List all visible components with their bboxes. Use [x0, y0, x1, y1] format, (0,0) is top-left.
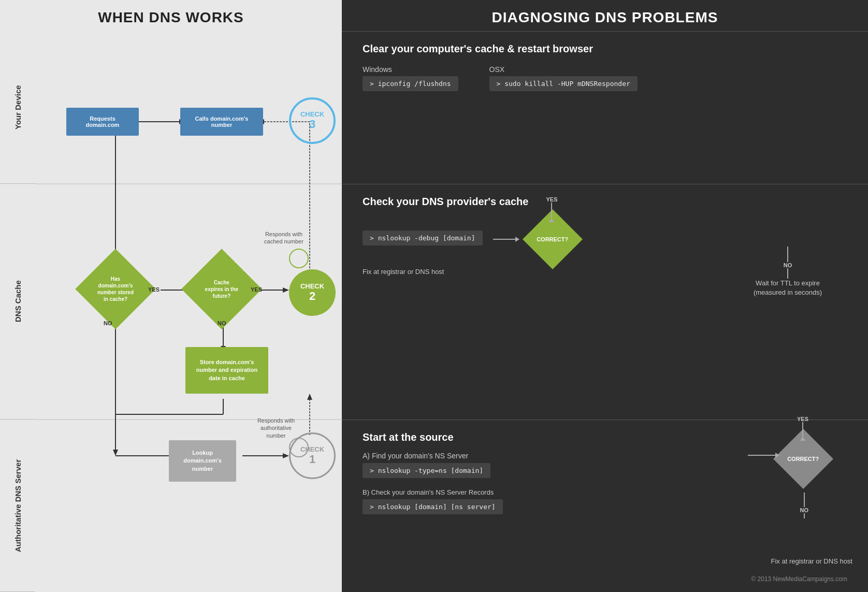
- section2-heading: Check your DNS provider's cache: [363, 196, 847, 208]
- section3-a-cmd: > nslookup -type=ns [domain]: [363, 463, 490, 478]
- svg-marker-9: [283, 287, 289, 293]
- section3-b-cmd: > nslookup [domain] [ns server]: [363, 499, 503, 514]
- os-row: Windows > ipconfig /flushdns OSX > sudo …: [363, 63, 847, 94]
- label-device: Your Device: [0, 31, 35, 184]
- svg-marker-25: [307, 394, 312, 400]
- osx-col: OSX > sudo killall -HUP mDNSResponder: [489, 63, 638, 94]
- check3-label: CHECK: [300, 111, 324, 118]
- cache-expires-diamond: Cacheexpires in thefuture?: [191, 258, 253, 320]
- check3-number: 3: [309, 118, 315, 131]
- flow-area: Requests domain.com Calls domain.com's n…: [35, 31, 342, 592]
- responds-cached-label: Responds with cached number: [261, 230, 307, 246]
- has-domain-diamond: Hasdomain.com'snumber storedin cache?: [84, 258, 147, 320]
- requests-box: Requests domain.com: [66, 108, 139, 136]
- footer: © 2013 NewMediaCampaigns.com: [741, 571, 858, 587]
- section3-b-label: B) Check your domain's NS Server Records: [363, 488, 847, 496]
- yes-cache-expires: YES: [251, 286, 262, 293]
- no-cache-expires: NO: [218, 320, 226, 326]
- check1-label: CHECK: [300, 446, 324, 453]
- left-title: WHEN DNS WORKS: [0, 0, 342, 31]
- check2-number: 2: [309, 290, 315, 302]
- svg-marker-20: [283, 453, 289, 458]
- right-sections: Clear your computer's cache & restart br…: [342, 31, 868, 592]
- check1-circle: CHECK 1: [289, 432, 336, 479]
- check2-circle: CHECK 2: [289, 269, 336, 316]
- correct-diamond-2: CORRECT? YES: [529, 216, 576, 263]
- responds-cached-circle: [289, 249, 309, 268]
- section2-cmd: > nslookup -debug [domain]: [363, 230, 483, 246]
- right-title: DIAGNOSING DNS PROBLEMS: [342, 0, 868, 31]
- yes-has-domain: YES: [148, 286, 160, 293]
- store-box: Store domain.com's number and expiration…: [185, 347, 268, 394]
- section-source: Start at the source A) Find your domain'…: [342, 420, 868, 592]
- section-clear-cache: Clear your computer's cache & restart br…: [342, 31, 868, 184]
- right-panel: DIAGNOSING DNS PROBLEMS Clear your compu…: [342, 0, 868, 592]
- correct-diamond-3: CORRECT? YES NO: [780, 436, 827, 482]
- check3-circle: CHECK 3: [289, 97, 336, 144]
- calls-box: Calls domain.com's number: [180, 108, 263, 136]
- check2-label: CHECK: [300, 283, 324, 290]
- osx-cmd: > sudo killall -HUP mDNSResponder: [489, 76, 638, 91]
- main-container: WHEN DNS WORKS Your Device DNS Cache Aut…: [0, 0, 868, 592]
- svg-marker-11: [113, 450, 118, 456]
- no-has-domain: NO: [104, 320, 112, 326]
- section1-heading: Clear your computer's cache & restart br…: [363, 43, 847, 55]
- lookup-box: Lookupdomain.com'snumber: [169, 440, 236, 482]
- label-auth: Authoritative DNS Server: [0, 420, 35, 592]
- check1-number: 1: [309, 453, 315, 466]
- windows-cmd: > ipconfig /flushdns: [363, 76, 458, 91]
- row-labels: Your Device DNS Cache Authoritative DNS …: [0, 31, 35, 592]
- section-dns-cache: Check your DNS provider's cache > nslook…: [342, 184, 868, 420]
- left-panel: WHEN DNS WORKS Your Device DNS Cache Aut…: [0, 0, 342, 592]
- windows-col: Windows > ipconfig /flushdns: [363, 63, 458, 94]
- section3-heading: Start at the source: [363, 431, 847, 443]
- osx-label: OSX: [489, 65, 638, 74]
- windows-label: Windows: [363, 65, 458, 74]
- label-cache: DNS Cache: [0, 184, 35, 420]
- section3-fix: Fix at registrar or DNS host: [771, 557, 853, 566]
